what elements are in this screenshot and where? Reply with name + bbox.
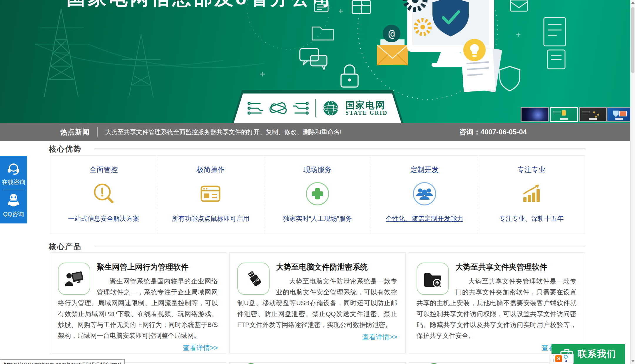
floating-consult-widget: 在线咨询 QQ咨询 (0, 156, 27, 223)
qq-penguin-icon (7, 193, 20, 207)
inline-link[interactable]: 发送文件 (336, 310, 363, 318)
advantage-item-custom-development[interactable]: 定制开发 个性化、随需定制开发能力 (371, 156, 478, 234)
link-target-statusbar: https://www.grabsun.com/news/2015/5486.h… (0, 359, 125, 364)
thumb-shield-decoration (613, 111, 619, 117)
person-monitor-icon (58, 263, 90, 295)
advantage-item-professional[interactable]: 专注专业 专注专业、深耕十五年 (478, 156, 585, 234)
chat-bubbles-icon (300, 49, 327, 69)
svg-text:@: @ (388, 27, 395, 39)
window-icon (198, 181, 223, 206)
carousel-thumb-1[interactable] (521, 107, 549, 122)
advantage-item-simple-operation[interactable]: 极简操作 所有功能点点鼠标即可启用 (157, 156, 264, 234)
view-details-link[interactable]: 查看详情>> (237, 333, 397, 342)
advantage-caption: 独家实时“人工现场”服务 (264, 214, 371, 223)
toolbar-mini-icons: u (564, 355, 568, 363)
thumb-figure-decoration (562, 110, 566, 116)
advantage-item-full-control[interactable]: 全面管控 一站式信息安全解决方案 (50, 156, 157, 234)
products-section-title: 核心产品 (49, 242, 82, 251)
advantage-title-link[interactable]: 定制开发 (371, 165, 478, 174)
shield-icon (500, 66, 520, 91)
thumb-text-decoration (582, 111, 590, 114)
handshake-circuit-icon (247, 98, 309, 119)
advantage-title: 极简操作 (157, 165, 264, 174)
section-rule (95, 148, 585, 149)
brand-badge: 国家电网 STATE GRID (234, 93, 401, 123)
thumb-label-decoration (589, 118, 597, 120)
sogou-logo-icon[interactable]: S (555, 355, 562, 362)
brand-name-cn: 国家电网 (345, 101, 388, 110)
online-consult-label: 在线咨询 (0, 178, 27, 186)
consult-phone: 咨询：4007-06-05-04 (459, 127, 527, 137)
section-rule (95, 246, 585, 246)
folder-upload-icon (417, 263, 449, 295)
advantages-panel: 全面管控 一站式信息安全解决方案 极简操作 所有功能点点鼠标即可启用 现场服务 (50, 155, 585, 234)
carousel-thumb-4[interactable] (606, 107, 630, 122)
input-method-toolbar[interactable]: S u (549, 354, 574, 364)
link-target-url: https://www.grabsun.com/news/2015/5486.h… (4, 361, 121, 364)
thumb-label-decoration (615, 118, 623, 120)
scroll-up-arrow[interactable] (631, 1, 635, 4)
advantage-title: 现场服务 (264, 165, 371, 174)
state-grid-globe-icon (322, 100, 339, 116)
carousel-thumb-3[interactable] (579, 107, 607, 122)
carousel-thumb-2-active[interactable] (550, 107, 578, 122)
thumb-label-decoration (560, 118, 568, 120)
thumb-monitor-decoration (619, 111, 627, 116)
badge-divider (315, 99, 316, 117)
folder-icon (312, 27, 333, 40)
documents-illustration (461, 39, 502, 92)
advantage-caption: 一站式信息安全解决方案 (50, 214, 157, 223)
product-card-leak-prevention: USB 大势至电脑文件防泄密系统 大势至电脑文件防泄密系统是一款专业的电脑文件安… (229, 252, 406, 353)
advantage-title: 全面管控 (50, 165, 157, 174)
padlock-icon (341, 65, 358, 87)
brand-name-en: STATE GRID (345, 110, 388, 116)
u-glyph-icon: u (565, 359, 567, 363)
transmission-tower-illustration (35, 9, 265, 98)
thumb-text-decoration (553, 111, 561, 114)
hero-banner: @ (0, 0, 630, 123)
banner-headline: 国家电网信息部及8省分公司 (66, 0, 333, 11)
news-headline-link[interactable]: 大势至共享文件管理系统全面监控服务器共享文件的打开、复制、修改、删除和重命名! (105, 128, 342, 136)
advantage-title: 专注专业 (478, 165, 585, 174)
green-cross-icon (305, 181, 330, 206)
view-details-link[interactable]: 查看详情>> (58, 343, 218, 353)
qq-consult-button[interactable]: QQ咨询 (0, 190, 27, 222)
email-icon: @ (377, 25, 408, 65)
usb-drive-icon: USB (237, 263, 270, 295)
online-consult-button[interactable]: 在线咨询 (0, 159, 27, 190)
advantage-caption: 专注专业、深耕十五年 (478, 214, 585, 223)
people-group-icon (412, 181, 437, 206)
advantage-item-onsite-service[interactable]: 现场服务 独家实时“人工现场”服务 (264, 156, 371, 234)
hot-news-bar: 热点新闻 大势至共享文件管理系统全面监控服务器共享文件的打开、复制、修改、删除和… (0, 123, 630, 141)
product-card-netmanager: 聚生网管上网行为管理软件 聚生网管系统是国内较早的企业网络管理软件之一，系统专注… (50, 252, 226, 353)
scroll-down-arrow[interactable] (631, 360, 635, 362)
vertical-scrollbar[interactable] (630, 0, 635, 364)
hot-news-label: 热点新闻 (60, 127, 90, 137)
box-icon (352, 1, 370, 14)
product-card-shared-folder: 大势至共享文件夹管理软件 大势至共享文件夹管理软件是一款专门的共享文件夹加密软件… (409, 252, 585, 353)
qq-consult-label: QQ咨询 (0, 210, 27, 218)
advantage-caption-link[interactable]: 个性化、随需定制开发能力 (371, 214, 478, 223)
toolbar-grip-handle[interactable] (551, 355, 554, 362)
advantages-section-title: 核心优势 (49, 144, 82, 154)
news-divider (97, 127, 98, 137)
growth-chart-icon (519, 181, 544, 206)
next-row-card-sliver (229, 362, 406, 364)
contact-us-label: 联系我们 (578, 348, 616, 360)
advantage-caption: 所有功能点点鼠标即可启用 (157, 214, 264, 223)
magnifier-alert-icon (91, 181, 116, 206)
scrollbar-thumb[interactable] (631, 7, 634, 73)
headset-icon (7, 162, 20, 175)
